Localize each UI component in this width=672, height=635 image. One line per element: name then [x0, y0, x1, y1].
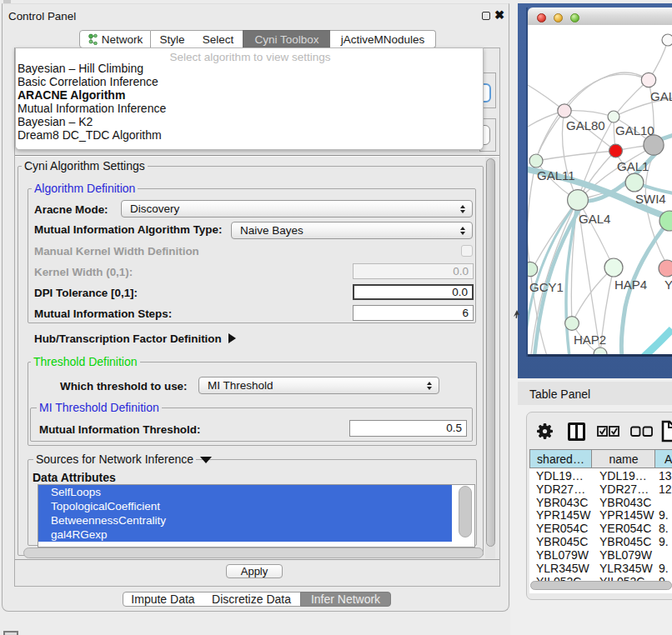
svg-text:YJ: YJ: [664, 278, 672, 292]
svg-text:GAL10: GAL10: [615, 123, 654, 138]
svg-text:GAL11: GAL11: [537, 168, 575, 182]
svg-text:HAP4: HAP4: [614, 278, 647, 292]
svg-text:GCY1: GCY1: [529, 280, 564, 294]
svg-text:GAL7: GAL7: [650, 89, 672, 103]
svg-text:GAL80: GAL80: [566, 118, 605, 132]
svg-text:GAL4: GAL4: [579, 212, 610, 226]
svg-text:GAL1: GAL1: [617, 159, 649, 173]
svg-text:HAP2: HAP2: [574, 332, 606, 347]
svg-text:SWI4: SWI4: [635, 192, 666, 206]
